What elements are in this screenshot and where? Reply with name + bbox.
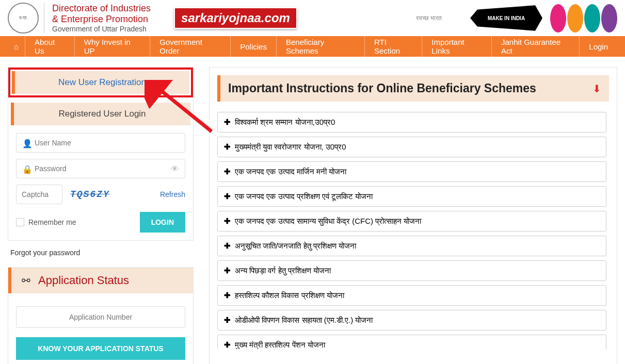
scheme-item[interactable]: ✚विश्वकर्मा श्रम सम्मान योजना,उ0प्र0 [217, 112, 606, 133]
scheme-item[interactable]: ✚एक जनपद एक उत्पाद मार्जिन मनी योजना [217, 161, 606, 182]
title-line3: Government of Uttar Pradesh [52, 25, 151, 33]
plus-icon: ✚ [224, 291, 231, 300]
scheme-item[interactable]: ✚एक जनपद एक उत्पाद प्रशिक्षण एवं टूलकिट … [217, 186, 606, 207]
app-status-body: KNOW YOUR APPLICATION STATUS [8, 293, 193, 364]
plus-icon: ✚ [224, 118, 231, 127]
plus-icon: ✚ [224, 192, 231, 201]
eye-icon[interactable]: 👁 [171, 164, 179, 174]
schemes-list[interactable]: ✚विश्वकर्मा श्रम सम्मान योजना,उ0प्र0 ✚मु… [217, 112, 609, 349]
site-title: Directorate of Industries & Enterprise P… [44, 3, 151, 33]
scheme-item[interactable]: ✚ओडीओपी विपणन विकास सहायता (एम.डी.ए.) यो… [217, 310, 606, 330]
scheme-label: विश्वकर्मा श्रम सम्मान योजना,उ0प्र0 [235, 118, 335, 127]
nav-home[interactable]: ⌂ [8, 36, 25, 57]
download-icon[interactable]: ⬇ [592, 82, 601, 95]
make-in-india-logo: MAKE IN INDIA [470, 4, 542, 32]
scheme-label: एक जनपद एक उत्पाद मार्जिन मनी योजना [235, 167, 346, 176]
nav-gov-order[interactable]: Government Order [150, 36, 231, 57]
scheme-label: हस्तशिल्प कौशल विकास प्रशिक्षण योजना [235, 291, 344, 300]
nav-policies[interactable]: Policies [231, 36, 277, 57]
checkbox-icon [16, 218, 24, 226]
up-govt-emblem: उ.प्र. [8, 3, 39, 34]
plus-icon: ✚ [224, 340, 231, 349]
title-line1: Directorate of Industries [52, 3, 151, 14]
main-content: Important Instructions for Online Benefi… [209, 67, 617, 364]
registered-user-login-tab[interactable]: Registered User Login [11, 103, 190, 125]
application-status-panel: ⚯ Application Status KNOW YOUR APPLICATI… [8, 267, 194, 364]
captcha-input[interactable] [16, 185, 62, 204]
application-number-input[interactable] [16, 306, 185, 328]
plus-icon: ✚ [224, 142, 231, 152]
highlight-annotation: New User Registration [8, 68, 193, 97]
scheme-label: ओडीओपी विपणन विकास सहायता (एम.डी.ए.) योज… [235, 316, 373, 325]
share-icon: ⚯ [22, 274, 30, 287]
refresh-captcha-link[interactable]: Refresh [160, 190, 185, 198]
content-area: New User Registration Registered User Lo… [0, 57, 625, 364]
app-status-title: Application Status [38, 274, 129, 287]
lock-icon: 🔒 [22, 164, 33, 174]
main-title: Important Instructions for Online Benefi… [228, 81, 536, 95]
nav-why-invest[interactable]: Why Invest in UP [75, 36, 150, 57]
new-user-registration-tab[interactable]: New User Registration [12, 71, 189, 94]
captcha-row: TQS6ZY Refresh [16, 185, 185, 204]
nav-about[interactable]: About Us [25, 36, 75, 57]
login-button[interactable]: LOGIN [140, 212, 185, 233]
scheme-label: एक जनपद एक उत्पाद सामान्य सुविधा केंद्र … [235, 217, 421, 226]
scheme-item[interactable]: ✚अनुसूचित जाति/जनजाति हेतु प्रशिक्षण योज… [217, 236, 606, 256]
nav-schemes[interactable]: Beneficiary Schemes [277, 36, 365, 57]
nav-janhit[interactable]: Janhit Guarantee Act [492, 36, 580, 57]
header: उ.प्र. Directorate of Industries & Enter… [0, 0, 625, 36]
captcha-image: TQS6ZY [70, 189, 110, 200]
scheme-item[interactable]: ✚मुख्यमंत्री युवा स्वरोजगार योजना, उ0प्र… [217, 137, 606, 157]
user-icon: 👤 [22, 139, 33, 148]
plus-icon: ✚ [224, 266, 231, 275]
plus-icon: ✚ [224, 217, 231, 226]
login-actions: Remember me LOGIN [16, 212, 185, 233]
password-input[interactable] [16, 159, 185, 178]
scheme-label: अनुसूचित जाति/जनजाति हेतु प्रशिक्षण योजन… [235, 241, 356, 251]
main-nav: ⌂ About Us Why Invest in UP Government O… [0, 36, 625, 57]
login-form: 👤 🔒 👁 TQS6ZY Refresh Remember me [8, 125, 193, 233]
scheme-item[interactable]: ✚अन्य पिछड़ा वर्ग हेतु प्रशिक्षण योजना [217, 260, 606, 281]
main-title-bar: Important Instructions for Online Benefi… [217, 75, 609, 102]
swachh-bharat-logo: स्वच्छ भारत [395, 5, 462, 31]
remember-me-checkbox[interactable]: Remember me [16, 218, 76, 226]
know-status-button[interactable]: KNOW YOUR APPLICATION STATUS [16, 337, 185, 360]
plus-icon: ✚ [224, 241, 231, 251]
plus-icon: ✚ [224, 316, 231, 325]
scheme-label: मुख्यमंत्री युवा स्वरोजगार योजना, उ0प्र0 [235, 142, 346, 152]
logo-section: उ.प्र. Directorate of Industries & Enter… [8, 3, 151, 34]
scheme-label: मुख्य मंत्री हस्तशिल्प पेंशन योजना [235, 340, 325, 349]
scheme-label: एक जनपद एक उत्पाद प्रशिक्षण एवं टूलकिट य… [235, 192, 373, 201]
scheme-label: अन्य पिछड़ा वर्ग हेतु प्रशिक्षण योजना [235, 266, 331, 275]
plus-icon: ✚ [224, 167, 231, 176]
title-line2: & Enterprise Promotion [52, 14, 151, 25]
nav-rti[interactable]: RTI Section [365, 36, 422, 57]
remember-label: Remember me [28, 218, 76, 226]
odop-logo [550, 4, 617, 32]
forgot-password-link[interactable]: Forgot your password [10, 249, 194, 257]
header-logos: स्वच्छ भारत MAKE IN INDIA [395, 4, 617, 32]
username-input[interactable] [16, 133, 185, 153]
nav-login[interactable]: Login [580, 36, 617, 57]
scheme-item[interactable]: ✚एक जनपद एक उत्पाद सामान्य सुविधा केंद्र… [217, 211, 606, 231]
watermark-overlay: sarkariyojnaa.com [174, 7, 297, 29]
login-panel: New User Registration Registered User Lo… [8, 67, 194, 241]
app-status-header: ⚯ Application Status [8, 268, 193, 293]
scheme-item[interactable]: ✚हस्तशिल्प कौशल विकास प्रशिक्षण योजना [217, 285, 606, 306]
scheme-item[interactable]: ✚मुख्य मंत्री हस्तशिल्प पेंशन योजना [217, 335, 606, 349]
sidebar: New User Registration Registered User Lo… [8, 67, 194, 364]
nav-links[interactable]: Important Links [422, 36, 492, 57]
